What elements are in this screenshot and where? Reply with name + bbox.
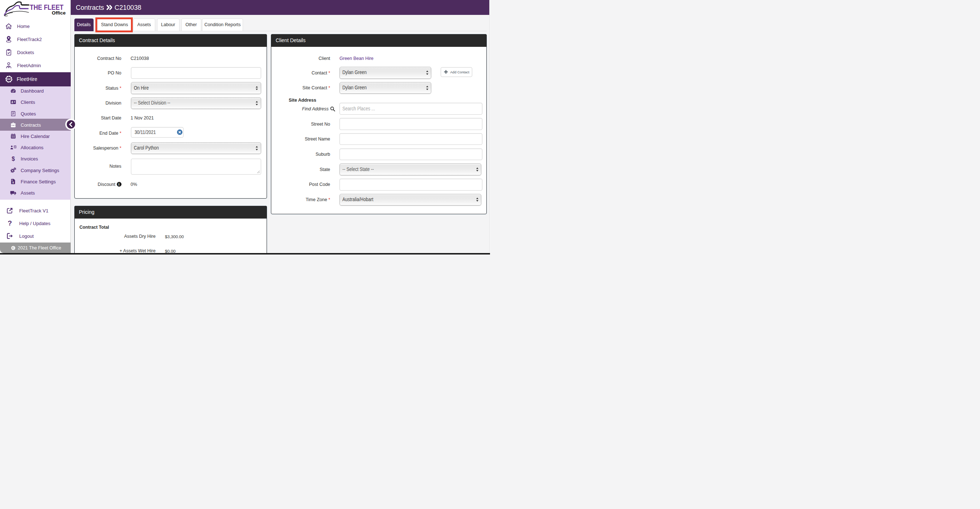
svg-text:?: ? [8, 220, 12, 227]
svg-text:$: $ [12, 181, 14, 184]
svg-text:ERP: ERP [7, 78, 11, 80]
svg-text:$: $ [12, 156, 15, 162]
